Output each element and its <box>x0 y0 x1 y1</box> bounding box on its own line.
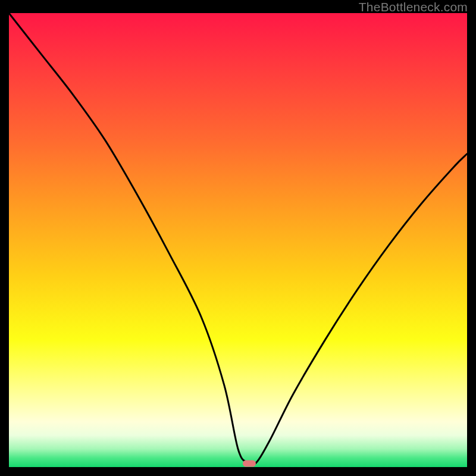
optimal-point-marker <box>243 460 256 466</box>
chart-frame: TheBottleneck.com <box>0 0 476 476</box>
bottleneck-curve <box>9 13 467 467</box>
plot-area <box>9 13 467 467</box>
watermark-label: TheBottleneck.com <box>359 0 468 14</box>
